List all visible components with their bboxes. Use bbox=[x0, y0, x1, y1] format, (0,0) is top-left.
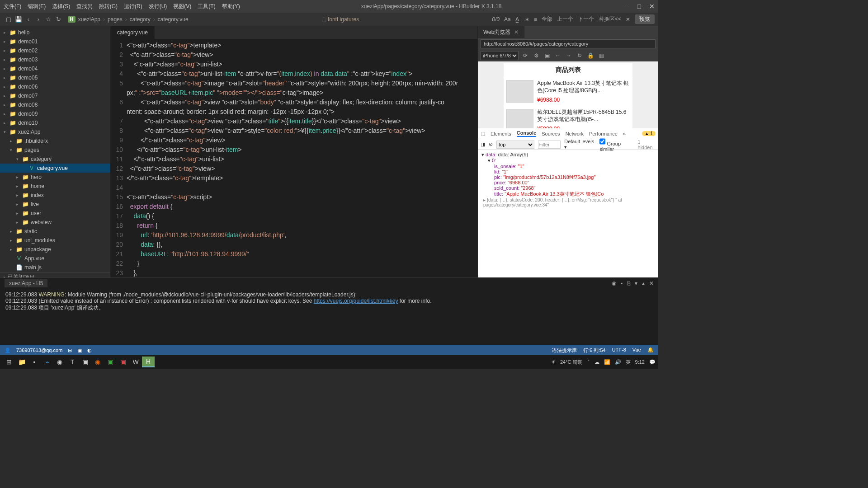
tree-item-webview[interactable]: ▸📁webview bbox=[0, 218, 110, 227]
lock-icon[interactable]: 🔒 bbox=[586, 52, 594, 59]
product-item[interactable]: 戴尔DELL灵越游匣15PR-5645B 15.6英寸游戏笔记本电脑(i5-..… bbox=[504, 106, 632, 128]
syntax-lib[interactable]: 语法提示库 bbox=[552, 347, 577, 354]
reload-icon[interactable]: ⟳ bbox=[521, 52, 529, 59]
wifi-icon[interactable]: 📶 bbox=[604, 359, 610, 365]
tree-item-static[interactable]: ▸📁static bbox=[0, 227, 110, 236]
new-file-icon[interactable]: ▢ bbox=[4, 16, 14, 23]
code-editor[interactable]: 1234567891011121314151617181920212223 <"… bbox=[111, 39, 477, 277]
tree-item-demo05[interactable]: ▸📁demo05 bbox=[0, 73, 110, 82]
device-select[interactable]: iPhone 6/7/8 bbox=[481, 51, 519, 60]
tree-item-index[interactable]: ▸📁index bbox=[0, 191, 110, 200]
close-search-icon[interactable]: ✕ bbox=[626, 16, 630, 23]
tree-item-category.vue[interactable]: Vcategory.vue bbox=[0, 164, 110, 173]
warning-badge[interactable]: ▲ 1 bbox=[642, 131, 656, 136]
tree-item-demo09[interactable]: ▸📁demo09 bbox=[0, 109, 110, 118]
tree-item-demo01[interactable]: ▸📁demo01 bbox=[0, 37, 110, 46]
app-icon-4[interactable]: ▣ bbox=[117, 357, 129, 367]
tree-item-pages[interactable]: ▾📁pages bbox=[0, 145, 110, 155]
refresh-icon[interactable]: ↻ bbox=[53, 16, 63, 23]
menu-file[interactable]: 文件(F) bbox=[4, 3, 21, 10]
tree-item-demo04[interactable]: ▸📁demo04 bbox=[0, 64, 110, 73]
save-icon[interactable]: 💾 bbox=[14, 16, 24, 23]
chrome-icon[interactable]: ◉ bbox=[53, 357, 66, 367]
app-icon-5[interactable]: W bbox=[129, 357, 142, 367]
menu-run[interactable]: 运行(R) bbox=[124, 3, 142, 10]
user-icon[interactable]: 👤 bbox=[5, 347, 11, 353]
back-icon[interactable]: ‹ bbox=[24, 16, 33, 23]
nav-all[interactable]: 全部 bbox=[542, 15, 552, 23]
filter-input[interactable] bbox=[538, 141, 561, 149]
levels-select[interactable]: Default levels ▾ bbox=[564, 139, 596, 150]
vscode-icon[interactable]: ⌁ bbox=[41, 357, 53, 367]
list-icon[interactable]: ≡ bbox=[534, 16, 537, 23]
tree-item-unpackage[interactable]: ▸📁unpackage bbox=[0, 245, 110, 254]
qr-icon[interactable]: ▦ bbox=[597, 52, 605, 59]
encoding[interactable]: UTF-8 bbox=[612, 347, 626, 354]
project-explorer[interactable]: ▸📁hello▸📁demo01▸📁demo02▸📁demo03▸📁demo04▸… bbox=[0, 26, 111, 277]
onedrive-icon[interactable]: ☁ bbox=[594, 359, 599, 365]
tree-item-hello[interactable]: ▸📁hello bbox=[0, 28, 110, 37]
tree-item-demo08[interactable]: ▸📁demo08 bbox=[0, 100, 110, 109]
ime-icon[interactable]: 英 bbox=[626, 359, 631, 366]
term-close-icon[interactable]: ✕ bbox=[649, 280, 654, 286]
crumb-file[interactable]: category.vue bbox=[158, 16, 189, 23]
clear-icon[interactable]: ⊘ bbox=[489, 141, 493, 147]
tray-up-icon[interactable]: ˄ bbox=[587, 359, 590, 365]
firefox-icon[interactable]: ◉ bbox=[91, 357, 104, 367]
tree-item-uni_modules[interactable]: ▸📁uni_modules bbox=[0, 236, 110, 245]
case-icon[interactable]: Aa bbox=[504, 16, 511, 23]
url-input[interactable] bbox=[481, 39, 656, 48]
sb-icon2[interactable]: ▣ bbox=[77, 347, 82, 353]
nav-next[interactable]: 下一个 bbox=[578, 15, 594, 23]
back-nav-icon[interactable]: ← bbox=[554, 52, 562, 59]
star-icon[interactable]: ☆ bbox=[43, 16, 53, 23]
sb-icon3[interactable]: ◐ bbox=[87, 347, 92, 353]
start-icon[interactable]: ⊞ bbox=[3, 357, 15, 367]
browser-tab[interactable]: Web浏览器 ✕ bbox=[478, 26, 524, 38]
term-up-icon[interactable]: ▴ bbox=[642, 280, 645, 286]
dt-console[interactable]: Console bbox=[517, 130, 536, 137]
close-icon[interactable]: ✕ bbox=[649, 3, 655, 10]
app-icon-3[interactable]: ▣ bbox=[104, 357, 117, 367]
tree-item-.hbuilderx[interactable]: ▸📁.hbuilderx bbox=[0, 136, 110, 145]
tree-item-demo07[interactable]: ▸📁demo07 bbox=[0, 91, 110, 100]
tree-item-xueziApp[interactable]: ▾📁xueziApp bbox=[0, 127, 110, 136]
settings-icon[interactable]: ⚙ bbox=[532, 52, 540, 59]
search-placeholder[interactable]: ⬚ fontLigatures bbox=[189, 16, 492, 23]
console-output[interactable]: ▾ data: data: Array(9) ▾ 0: is_onsale: "… bbox=[478, 150, 658, 277]
preview-button[interactable]: 预览 bbox=[635, 14, 655, 24]
forward-nav-icon[interactable]: → bbox=[565, 52, 573, 59]
phone-preview[interactable]: 商品列表 Apple MacBook Air 13.3英寸笔记本 银色(Core… bbox=[504, 63, 632, 128]
language[interactable]: Vue bbox=[632, 347, 641, 354]
tree-item-demo03[interactable]: ▸📁demo03 bbox=[0, 55, 110, 64]
explorer-icon[interactable]: 📁 bbox=[15, 357, 28, 367]
regex-icon[interactable]: .∗ bbox=[524, 16, 529, 23]
app-icon-1[interactable]: T bbox=[66, 357, 79, 367]
terminal-icon[interactable]: ▪ bbox=[28, 357, 41, 367]
tree-item-category[interactable]: ▾📁category bbox=[0, 155, 110, 164]
menu-select[interactable]: 选择(S) bbox=[52, 3, 70, 10]
minimize-icon[interactable]: ― bbox=[623, 3, 629, 10]
tree-item-user[interactable]: ▸📁user bbox=[0, 209, 110, 218]
terminal-tab[interactable]: xueziApp - H5 bbox=[5, 279, 47, 287]
dt-elements[interactable]: Elements bbox=[491, 131, 511, 136]
crumb-pages[interactable]: pages bbox=[108, 16, 123, 23]
crumb-project[interactable]: xueziApp bbox=[78, 16, 100, 23]
tree-item-hero[interactable]: ▸📁hero bbox=[0, 173, 110, 182]
nav-replace[interactable]: 替换区<< bbox=[599, 15, 621, 23]
dt-performance[interactable]: Performance bbox=[589, 131, 618, 136]
tree-item-demo02[interactable]: ▸📁demo02 bbox=[0, 46, 110, 55]
group-similar[interactable]: Group similar bbox=[599, 137, 634, 152]
volume-icon[interactable]: 🔊 bbox=[615, 359, 621, 365]
terminal-output[interactable]: 09:12:29.083 WARNING: Module Warning (fr… bbox=[0, 289, 658, 345]
maximize-icon[interactable]: □ bbox=[637, 3, 641, 10]
word-icon[interactable]: A̲ bbox=[515, 16, 519, 23]
term-pause-icon[interactable]: ▪ bbox=[621, 280, 623, 286]
dt-network[interactable]: Network bbox=[566, 131, 584, 136]
menu-tools[interactable]: 工具(T) bbox=[198, 3, 215, 10]
menu-find[interactable]: 查找(I) bbox=[76, 3, 92, 10]
hbuilder-icon[interactable]: H bbox=[142, 357, 155, 367]
more-tabs-icon[interactable]: » bbox=[623, 131, 626, 136]
tree-item-main.js[interactable]: 📄main.js bbox=[0, 263, 110, 272]
dt-sidebar-icon[interactable]: ◨ bbox=[481, 141, 485, 147]
